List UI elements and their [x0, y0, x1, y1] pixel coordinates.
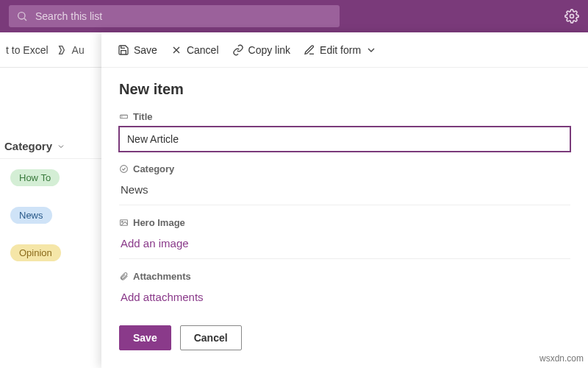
svg-rect-5 — [121, 115, 128, 118]
cancel-button[interactable]: Cancel — [180, 325, 242, 350]
panel-body: New item Title Category News Hero Image … — [101, 68, 588, 364]
category-field-label: Category — [119, 163, 570, 174]
search-input-wrapper[interactable]: Search this list — [9, 5, 340, 27]
add-attachments-action[interactable]: Add attachments — [119, 286, 570, 312]
text-field-icon — [119, 112, 129, 121]
hero-image-field-label: Hero Image — [119, 217, 570, 228]
new-item-panel: Save Cancel Copy link Edit form New item… — [101, 32, 588, 368]
attachments-field-label: Attachments — [119, 271, 570, 282]
category-field-value[interactable]: News — [119, 179, 570, 205]
gear-icon — [564, 9, 579, 24]
category-pill-news[interactable]: News — [10, 207, 52, 224]
add-image-action[interactable]: Add an image — [119, 233, 570, 259]
panel-title: New item — [119, 81, 570, 98]
svg-point-0 — [18, 13, 25, 19]
flow-icon — [57, 44, 69, 56]
panel-cancel-command[interactable]: Cancel — [171, 44, 219, 56]
category-pill-howto[interactable]: How To — [10, 169, 60, 186]
svg-point-7 — [121, 166, 128, 173]
toolbar-export-fragment[interactable]: t to Excel — [6, 44, 49, 56]
settings-button[interactable] — [564, 9, 579, 24]
chevron-down-icon — [57, 142, 65, 151]
panel-editform-label: Edit form — [320, 44, 361, 56]
paperclip-icon — [119, 272, 129, 281]
save-icon — [118, 44, 129, 56]
category-header-label: Category — [4, 140, 52, 152]
panel-copylink-command[interactable]: Copy link — [232, 44, 291, 56]
app-topbar: Search this list — [0, 0, 588, 32]
pencil-icon — [304, 44, 315, 56]
panel-cancel-label: Cancel — [187, 44, 219, 56]
svg-point-2 — [570, 15, 574, 18]
close-icon — [171, 44, 182, 56]
search-icon — [16, 10, 28, 22]
search-placeholder: Search this list — [35, 10, 102, 22]
panel-copylink-label: Copy link — [248, 44, 291, 56]
link-icon — [232, 44, 244, 56]
panel-editform-command[interactable]: Edit form — [304, 44, 377, 56]
svg-point-9 — [122, 222, 123, 223]
category-column-header[interactable]: Category — [0, 134, 101, 159]
left-column: Category How To News Opinion — [0, 68, 101, 272]
panel-save-command[interactable]: Save — [118, 44, 157, 56]
category-pill-opinion[interactable]: Opinion — [10, 244, 61, 261]
toolbar-automate-fragment[interactable]: Au — [57, 44, 85, 56]
svg-line-1 — [24, 18, 26, 21]
title-field-label: Title — [119, 111, 570, 122]
panel-save-label: Save — [134, 44, 157, 56]
save-button[interactable]: Save — [119, 325, 171, 350]
image-icon — [119, 218, 129, 227]
title-input[interactable] — [119, 127, 570, 152]
watermark: wsxdn.com — [539, 353, 584, 364]
panel-toolbar: Save Cancel Copy link Edit form — [101, 32, 588, 68]
choice-icon — [119, 164, 129, 174]
chevron-down-icon — [365, 44, 377, 56]
button-row: Save Cancel — [119, 325, 570, 350]
